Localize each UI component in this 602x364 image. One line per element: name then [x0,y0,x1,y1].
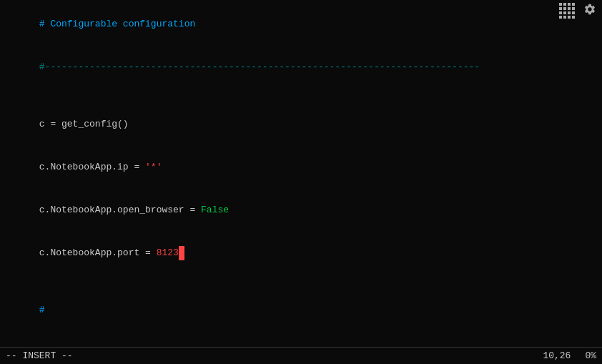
line-text: # [39,305,45,315]
line-text-port: 8123 [157,247,179,258]
editor-container: # Configurable configuration #----------… [0,0,602,364]
line-text-string: '*' [145,162,162,172]
line-text: c = get_config() [39,119,129,129]
statusbar: -- INSERT -- 10,26 0% [0,347,602,364]
line-text-value: False [201,205,229,215]
code-line: c = get_config() [6,103,596,146]
code-line [6,89,596,103]
insert-mode-label: -- INSERT -- [6,350,73,361]
scroll-percent: 0% [585,350,596,361]
line-text: c.NotebookApp.open_browser = [39,205,201,215]
code-line: # Configurable configuration [6,3,596,46]
code-line: c.NotebookApp.ip = '*' [6,146,596,189]
grid-icon[interactable] [559,3,575,19]
cursor-position: 10,26 [543,350,571,361]
line-text: #---------------------------------------… [39,62,480,72]
editor-content[interactable]: # Configurable configuration #----------… [0,0,602,347]
line-text: # Configurable configuration [39,19,195,29]
line-text: c.NotebookApp.ip = [39,162,145,172]
code-line: c.NotebookApp.open_browser = False [6,189,596,232]
code-line [6,275,596,289]
code-line: # [6,289,596,332]
code-line: c.NotebookApp.port = 8123 [6,232,596,275]
toolbar [559,3,596,19]
statusbar-right: 10,26 0% [543,350,596,361]
cursor [179,246,184,260]
code-line: #---------------------------------------… [6,332,596,347]
code-line: #---------------------------------------… [6,46,596,89]
line-text: c.NotebookApp.port = [39,247,157,258]
gear-icon[interactable] [583,3,596,19]
